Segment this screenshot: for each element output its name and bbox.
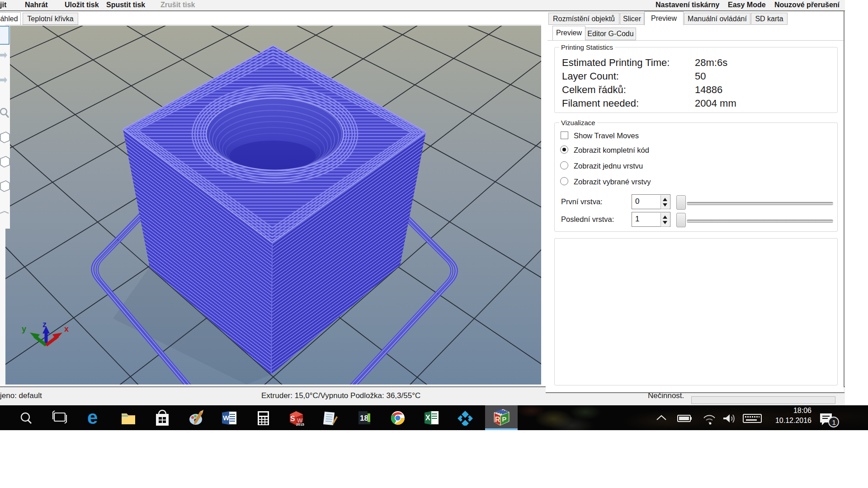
svg-text:18: 18 bbox=[360, 414, 368, 422]
svg-text:S: S bbox=[290, 415, 295, 422]
svg-text:2015: 2015 bbox=[296, 422, 304, 427]
svg-text:R: R bbox=[495, 415, 500, 423]
svg-text:x: x bbox=[64, 324, 69, 333]
svg-text:e: e bbox=[87, 407, 98, 428]
svg-text:W: W bbox=[223, 414, 230, 422]
svg-text:P: P bbox=[502, 415, 506, 423]
svg-text:z: z bbox=[42, 320, 47, 329]
svg-text:X: X bbox=[425, 414, 430, 422]
svg-text:1: 1 bbox=[832, 418, 836, 426]
svg-text:y: y bbox=[22, 324, 26, 333]
